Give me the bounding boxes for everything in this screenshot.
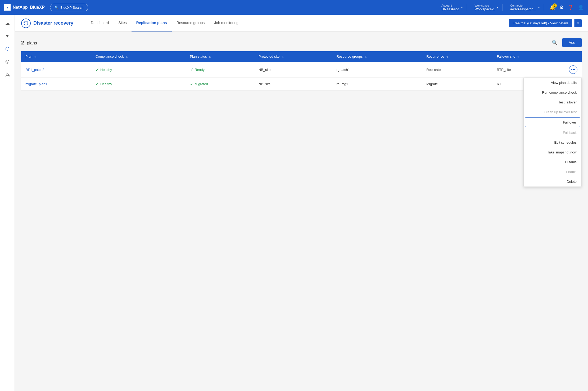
col-failover-site: Failover site ⇅ bbox=[492, 51, 565, 62]
account-section[interactable]: Account DRaasProd ▾ bbox=[437, 4, 467, 11]
row2-recurrence: Migrate bbox=[422, 78, 492, 90]
row1-resource-groups: rgpatch1 bbox=[332, 62, 422, 78]
trial-button[interactable]: Free trial (60 days left) - View details bbox=[509, 19, 572, 27]
product-name: BlueXP bbox=[30, 5, 45, 10]
col-protected-site: Protected site ⇅ bbox=[254, 51, 332, 62]
plans-count: 2 plans bbox=[21, 40, 37, 46]
row1-compliance-text: Healthy bbox=[100, 68, 112, 72]
sort-status-icon[interactable]: ⇅ bbox=[209, 55, 211, 58]
sidebar-item-cloud[interactable]: ☁ bbox=[2, 18, 13, 29]
connector-chevron-icon: ▾ bbox=[538, 6, 540, 9]
menu-item-fail-over[interactable]: Fail over bbox=[525, 117, 580, 127]
workspace-section[interactable]: Workspace Workspace-1 ▾ bbox=[470, 4, 503, 11]
app-title-area: Disaster recovery bbox=[21, 19, 73, 28]
sort-plan-icon[interactable]: ⇅ bbox=[34, 55, 37, 58]
menu-item-edit-schedules[interactable]: Edit schedules bbox=[524, 138, 581, 147]
add-plan-button[interactable]: Add bbox=[562, 38, 582, 47]
sidebar: ☁ ♥ ⬡ ◎ ··· bbox=[0, 15, 15, 391]
tab-resource-groups[interactable]: Resource groups bbox=[172, 15, 210, 31]
menu-item-enable: Enable bbox=[524, 167, 581, 177]
main-content: Disaster recovery Dashboard Sites Replic… bbox=[15, 15, 588, 391]
menu-item-fail-back: Fail back bbox=[524, 128, 581, 138]
row1-plan-status: ✓ Ready bbox=[186, 62, 254, 78]
row2-resource-groups: rg_mg1 bbox=[332, 78, 422, 90]
table-row: migrate_plan1 ✓ Healthy ✓ bbox=[21, 78, 582, 90]
row1-status-text: Ready bbox=[195, 68, 205, 72]
connector-section[interactable]: Connector awsdraaspatch... ▾ bbox=[506, 4, 544, 11]
main-nav-tabs: Dashboard Sites Replication plans Resour… bbox=[86, 15, 243, 31]
app-icon bbox=[21, 19, 31, 28]
row1-plan: RP1_patch2 bbox=[21, 62, 91, 78]
menu-item-test-failover[interactable]: Test failover bbox=[524, 97, 581, 107]
brand-logo[interactable]: ■ NetApp BlueXP bbox=[4, 4, 45, 11]
notifications-icon[interactable]: 🔔 2 bbox=[549, 4, 555, 10]
row1-plan-link[interactable]: RP1_patch2 bbox=[25, 68, 44, 72]
connector-label: Connector bbox=[510, 4, 536, 7]
help-icon[interactable]: ❓ bbox=[568, 4, 574, 10]
menu-item-take-snapshot-now[interactable]: Take snapshot now bbox=[524, 147, 581, 157]
svg-point-1 bbox=[5, 75, 6, 76]
brand-name: NetApp bbox=[13, 5, 28, 10]
row2-plan-link[interactable]: migrate_plan1 bbox=[25, 82, 47, 86]
row1-actions-button[interactable]: ••• bbox=[569, 65, 577, 74]
col-plan: Plan ⇅ bbox=[21, 51, 91, 62]
top-navigation: ■ NetApp BlueXP 🔍 BlueXP Search Account … bbox=[0, 0, 588, 15]
sub-header: Disaster recovery Dashboard Sites Replic… bbox=[15, 15, 588, 32]
sidebar-item-health[interactable]: ♥ bbox=[2, 31, 13, 41]
trial-dropdown-button[interactable]: ▾ bbox=[574, 19, 582, 27]
account-label: Account bbox=[441, 4, 459, 7]
col-compliance-check: Compliance check ⇅ bbox=[91, 51, 186, 62]
tab-dashboard[interactable]: Dashboard bbox=[86, 15, 114, 31]
netapp-icon: ■ bbox=[4, 4, 11, 11]
row1-recurrence: Replicate bbox=[422, 62, 492, 78]
row1-status-icon: ✓ bbox=[190, 67, 193, 72]
sidebar-item-protection[interactable]: ⬡ bbox=[2, 43, 13, 54]
tab-job-monitoring[interactable]: Job monitoring bbox=[209, 15, 243, 31]
menu-item-clean-up-failover-test: Clean up failover test bbox=[524, 107, 581, 117]
menu-item-disable[interactable]: Disable bbox=[524, 157, 581, 167]
col-actions bbox=[565, 51, 582, 62]
workspace-label: Workspace bbox=[474, 4, 495, 7]
bluexp-search-button[interactable]: 🔍 BlueXP Search bbox=[50, 4, 88, 11]
row2-compliance: ✓ Healthy bbox=[91, 78, 186, 90]
menu-item-run-compliance-check[interactable]: Run compliance check bbox=[524, 88, 581, 97]
sort-compliance-icon[interactable]: ⇅ bbox=[126, 55, 128, 58]
sort-protected-icon[interactable]: ⇅ bbox=[282, 55, 284, 58]
col-recurrence: Recurrence ⇅ bbox=[422, 51, 492, 62]
row2-protected-site: NB_site bbox=[254, 78, 332, 90]
row1-compliance: ✓ Healthy bbox=[91, 62, 186, 78]
sidebar-item-dots[interactable]: ··· bbox=[2, 81, 13, 92]
table-row: RP1_patch2 ✓ Healthy ✓ bbox=[21, 62, 582, 78]
tab-replication-plans[interactable]: Replication plans bbox=[132, 15, 172, 31]
svg-line-4 bbox=[7, 73, 9, 75]
sidebar-item-globe[interactable]: ◎ bbox=[2, 56, 13, 67]
plans-actions: 🔍 Add bbox=[550, 38, 582, 47]
menu-item-delete[interactable]: Delete bbox=[524, 177, 581, 187]
row2-status-icon: ✓ bbox=[190, 81, 193, 87]
sort-failover-icon[interactable]: ⇅ bbox=[517, 55, 519, 58]
row2-plan-status: ✓ Migrated bbox=[186, 78, 254, 90]
workspace-chevron-icon: ▾ bbox=[497, 6, 498, 9]
search-icon: 🔍 bbox=[55, 6, 59, 10]
sidebar-item-network[interactable] bbox=[2, 69, 13, 79]
settings-icon[interactable]: ⚙ bbox=[559, 4, 564, 10]
page-content: 2 plans 🔍 Add Plan ⇅ bbox=[15, 32, 588, 97]
row2-plan: migrate_plan1 bbox=[21, 78, 91, 90]
row1-actions: ••• View plan details Run compliance che… bbox=[565, 62, 582, 78]
user-icon[interactable]: 👤 bbox=[578, 4, 584, 10]
table-search-button[interactable]: 🔍 bbox=[550, 38, 559, 47]
tab-sites[interactable]: Sites bbox=[114, 15, 132, 31]
sort-recurrence-icon[interactable]: ⇅ bbox=[446, 55, 448, 58]
nav-icon-group: 🔔 2 ⚙ ❓ 👤 bbox=[549, 4, 584, 10]
plans-table: Plan ⇅ Compliance check ⇅ Plan status ⇅ bbox=[21, 51, 582, 90]
app-layout: ☁ ♥ ⬡ ◎ ··· bbox=[0, 15, 588, 391]
header-actions: Free trial (60 days left) - View details… bbox=[509, 19, 582, 27]
svg-point-2 bbox=[9, 75, 10, 76]
connector-value: awsdraaspatch... bbox=[510, 7, 536, 11]
workspace-value: Workspace-1 bbox=[474, 7, 495, 11]
svg-point-0 bbox=[7, 72, 8, 73]
sort-resources-icon[interactable]: ⇅ bbox=[365, 55, 367, 58]
row2-compliance-icon: ✓ bbox=[96, 81, 99, 87]
plans-table-container: Plan ⇅ Compliance check ⇅ Plan status ⇅ bbox=[21, 51, 582, 90]
menu-item-view-plan-details[interactable]: View plan details bbox=[524, 78, 581, 88]
